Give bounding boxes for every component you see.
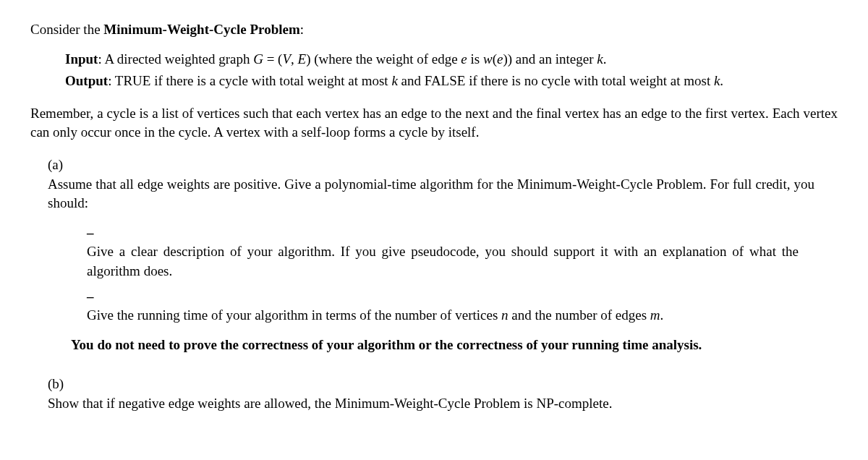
bullet-1: – Give a clear description of your algor… (87, 223, 814, 281)
part-a: (a) Assume that all edge weights are pos… (48, 156, 838, 365)
part-b-text: Show that if negative edge weights are a… (48, 394, 814, 414)
bullet-1-text: Give a clear description of your algorit… (87, 242, 799, 281)
intro-line: Consider the Minimum-Weight-Cycle Proble… (30, 20, 838, 40)
part-a-label: (a) (48, 156, 68, 175)
bullet-marker: – (87, 287, 100, 307)
bullet-2-text: Give the running time of your algorithm … (87, 306, 799, 325)
part-a-text: Assume that all edge weights are positiv… (48, 176, 814, 211)
input-line: Input: A directed weighted graph G = (V,… (65, 50, 838, 69)
bullet-list: – Give a clear description of your algor… (87, 223, 814, 325)
bullet-marker: – (87, 223, 100, 243)
intro-bold: Minimum-Weight-Cycle Problem (103, 22, 299, 37)
problem-definition: Input: A directed weighted graph G = (V,… (65, 50, 838, 91)
input-label: Input (65, 51, 98, 67)
part-b-label: (b) (48, 375, 68, 394)
remember-paragraph: Remember, a cycle is a list of vertices … (30, 104, 838, 142)
output-label: Output (65, 73, 108, 88)
bullet-2: – Give the running time of your algorith… (87, 287, 814, 325)
intro-suffix: : (300, 22, 304, 37)
intro-prefix: Consider the (30, 22, 103, 37)
bold-note: You do not need to prove the correctness… (71, 336, 814, 355)
output-line: Output: TRUE if there is a cycle with to… (65, 72, 838, 91)
part-b: (b) Show that if negative edge weights a… (48, 375, 838, 413)
part-a-body: Assume that all edge weights are positiv… (48, 175, 814, 365)
